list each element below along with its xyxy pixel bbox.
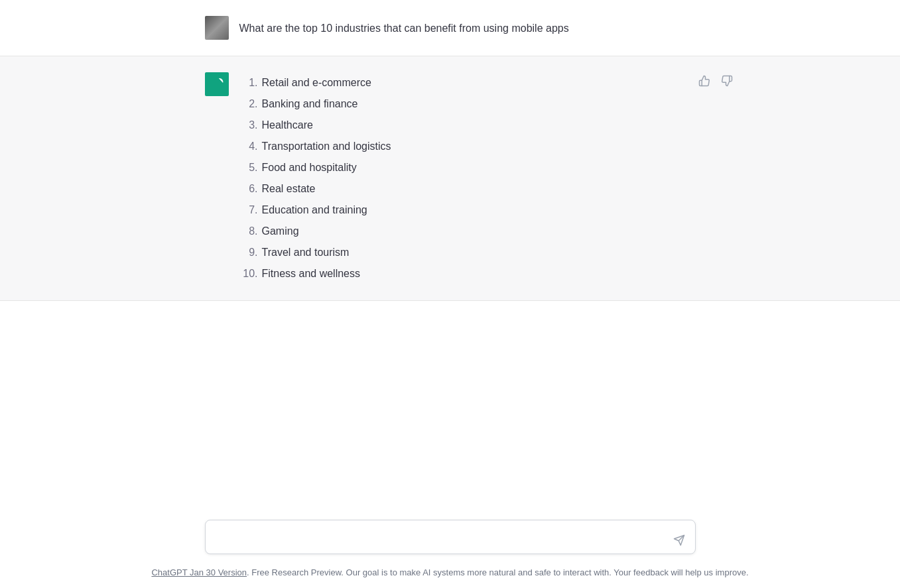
ai-message-content: 1.Retail and e-commerce2.Banking and fin…: [239, 72, 696, 284]
list-text: Banking and finance: [262, 95, 358, 113]
list-text: Fitness and wellness: [262, 265, 361, 283]
list-item: 2.Banking and finance: [239, 93, 696, 115]
list-item: 10.Fitness and wellness: [239, 263, 696, 284]
empty-space: [0, 301, 900, 509]
list-text: Food and hospitality: [262, 158, 357, 177]
send-button[interactable]: [671, 532, 688, 549]
openai-logo-icon: [210, 77, 224, 91]
thumbs-up-icon: [698, 75, 710, 87]
list-item: 1.Retail and e-commerce: [239, 72, 696, 93]
list-item: 6.Real estate: [239, 178, 696, 200]
chat-input[interactable]: [205, 520, 696, 554]
industries-list: 1.Retail and e-commerce2.Banking and fin…: [239, 72, 696, 284]
user-message-text: What are the top 10 industries that can …: [239, 16, 569, 37]
user-message-section: What are the top 10 industries that can …: [0, 0, 900, 56]
thumbs-down-icon: [721, 75, 733, 87]
input-area: [0, 509, 900, 562]
footer-version-link[interactable]: ChatGPT Jan 30 Version: [151, 567, 247, 577]
list-text: Gaming: [262, 222, 299, 241]
list-text: Travel and tourism: [262, 243, 350, 262]
thumbs-up-button[interactable]: [696, 72, 713, 89]
thumbs-down-button[interactable]: [718, 72, 736, 89]
list-item: 8.Gaming: [239, 221, 696, 242]
list-number: 9.: [239, 243, 258, 262]
list-item: 9.Travel and tourism: [239, 242, 696, 263]
footer-text: . Free Research Preview. Our goal is to …: [247, 567, 749, 577]
ai-message-section: 1.Retail and e-commerce2.Banking and fin…: [0, 56, 900, 301]
list-text: Healthcare: [262, 116, 313, 135]
list-text: Retail and e-commerce: [262, 74, 371, 92]
input-wrapper: [205, 520, 696, 557]
ai-avatar: [205, 72, 229, 96]
list-item: 4.Transportation and logistics: [239, 136, 696, 157]
feedback-buttons: [696, 72, 736, 89]
list-text: Education and training: [262, 201, 367, 219]
list-number: 1.: [239, 74, 258, 92]
footer: ChatGPT Jan 30 Version. Free Research Pr…: [0, 562, 900, 588]
send-icon: [673, 534, 685, 546]
list-number: 7.: [239, 201, 258, 219]
list-text: Transportation and logistics: [262, 137, 391, 156]
list-number: 6.: [239, 180, 258, 198]
list-text: Real estate: [262, 180, 316, 198]
list-number: 5.: [239, 158, 258, 177]
user-avatar: [205, 16, 229, 40]
list-item: 3.Healthcare: [239, 115, 696, 136]
list-item: 7.Education and training: [239, 200, 696, 221]
list-number: 8.: [239, 222, 258, 241]
list-number: 4.: [239, 137, 258, 156]
list-number: 10.: [239, 265, 258, 283]
user-avatar-image: [205, 16, 229, 40]
list-number: 2.: [239, 95, 258, 113]
list-item: 5.Food and hospitality: [239, 157, 696, 178]
list-number: 3.: [239, 116, 258, 135]
